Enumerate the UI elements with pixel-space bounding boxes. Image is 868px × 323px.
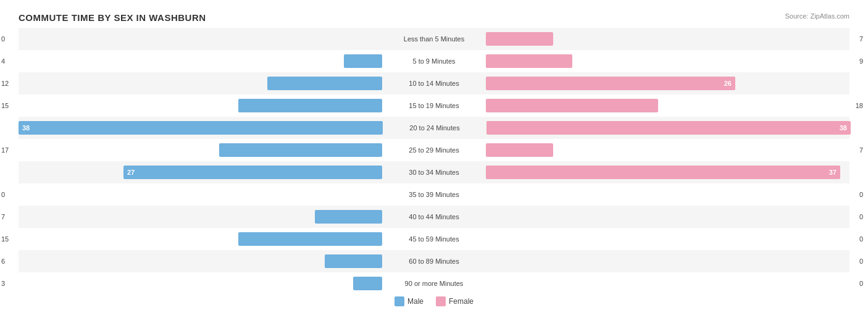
female-value: 0 [859,280,863,287]
left-section: 15 [19,228,385,250]
left-section: 17 [19,139,385,161]
female-value: 26 [724,80,732,87]
female-value: 38 [840,124,847,132]
chart-row: 17 25 to 29 Minutes 7 [19,139,849,161]
right-section: 18 [483,94,849,117]
male-bar: 38 [19,121,383,135]
right-section: 26 [483,72,849,94]
right-section: 38 [484,117,851,139]
male-value: 4 [1,57,5,65]
male-value: 12 [1,80,9,87]
right-section: 7 [483,139,849,161]
male-bar [238,99,382,112]
male-value: 15 [1,235,9,243]
left-section: 6 [19,250,385,272]
chart-row: 15 45 to 59 Minutes 0 [19,228,849,250]
right-section: 37 [483,161,849,183]
male-value: 0 [1,191,5,198]
right-section: 0 [483,272,849,295]
male-value: 7 [1,213,5,220]
row-label: 90 or more Minutes [385,280,483,287]
row-label: 10 to 14 Minutes [385,80,483,87]
row-label: Less than 5 Minutes [385,35,483,43]
male-value: 6 [1,258,5,265]
male-bar [267,77,382,90]
right-section: 9 [483,50,849,72]
legend-male-box [394,296,404,306]
left-section: 7 [19,206,385,228]
female-value: 18 [856,102,863,109]
female-bar [486,99,658,112]
legend-female: Female [436,296,474,306]
right-section: 0 [483,228,849,250]
male-bar: 27 [123,166,382,179]
right-section: 0 [483,250,849,272]
chart-row: 6 60 to 89 Minutes 0 [19,250,849,272]
chart-row: 0 35 to 39 Minutes 0 [19,183,849,206]
chart-row: 4 5 to 9 Minutes 9 [19,50,849,72]
right-section: 7 [483,28,849,50]
female-value: 7 [859,35,863,43]
male-bar [325,254,382,268]
female-value: 9 [859,57,863,65]
left-section: 0 [19,28,385,50]
chart-area: 0 Less than 5 Minutes 7 4 5 to 9 Minutes… [19,28,849,281]
male-value: 15 [1,102,9,109]
female-value: 37 [829,169,837,176]
row-label: 5 to 9 Minutes [385,57,483,65]
legend-female-box [436,296,446,306]
row-label: 35 to 39 Minutes [385,191,483,198]
left-section: 38 [19,117,385,139]
left-section: 27 [19,161,385,183]
female-bar [486,143,553,157]
female-bar: 37 [486,166,840,179]
legend-male-label: Male [407,297,424,306]
male-bar [238,232,382,246]
row-label: 25 to 29 Minutes [385,146,483,154]
male-bar [219,143,382,157]
male-value: 3 [1,280,5,287]
female-value: 0 [859,235,863,243]
legend-female-label: Female [449,297,474,306]
female-bar: 26 [486,77,735,90]
female-value: 7 [859,146,863,154]
left-section: 0 [19,183,385,206]
male-value: 27 [127,169,135,176]
chart-title: COMMUTE TIME BY SEX IN WASHBURN [19,12,849,23]
male-value: 0 [1,35,5,43]
legend-male: Male [394,296,424,306]
female-value: 0 [859,258,863,265]
legend: Male Female [19,296,849,306]
left-section: 15 [19,94,385,117]
male-bar [344,54,382,68]
male-bar [315,210,382,224]
female-bar [486,32,553,46]
chart-row: 7 40 to 44 Minutes 0 [19,206,849,228]
chart-row: 27 30 to 34 Minutes 37 [19,161,849,183]
left-section: 12 [19,72,385,94]
female-bar: 38 [486,121,851,135]
source-text: Source: ZipAtlas.com [785,12,849,20]
row-label: 45 to 59 Minutes [385,235,483,243]
row-label: 60 to 89 Minutes [385,258,483,265]
chart-row: 15 15 to 19 Minutes 18 [19,94,849,117]
female-value: 0 [859,213,863,220]
right-section: 0 [483,183,849,206]
left-section: 3 [19,272,385,295]
chart-row: 3 90 or more Minutes 0 [19,272,849,295]
female-bar [486,54,572,68]
row-label: 20 to 24 Minutes [385,124,484,132]
female-value: 0 [859,191,863,198]
row-label: 15 to 19 Minutes [385,102,483,109]
male-bar [353,277,382,290]
chart-row: 12 10 to 14 Minutes 26 [19,72,849,94]
chart-row: 0 Less than 5 Minutes 7 [19,28,849,50]
right-section: 0 [483,206,849,228]
row-label: 40 to 44 Minutes [385,213,483,220]
row-label: 30 to 34 Minutes [385,169,483,176]
left-section: 4 [19,50,385,72]
chart-container: COMMUTE TIME BY SEX IN WASHBURN Source: … [0,0,868,323]
male-value: 38 [22,124,30,132]
male-value: 17 [1,146,9,154]
chart-row: 38 20 to 24 Minutes 38 [19,117,849,139]
